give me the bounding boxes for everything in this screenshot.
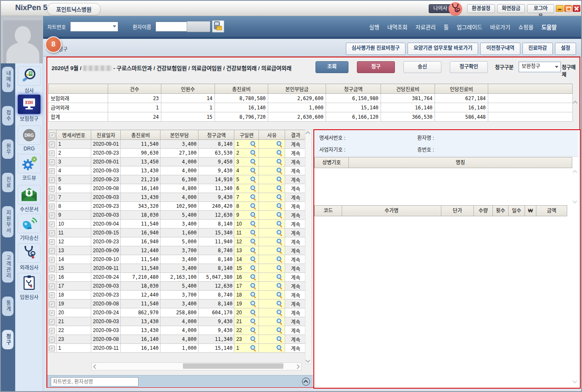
magnifier-icon[interactable] xyxy=(277,336,283,343)
statement-row[interactable]: ✓ 20 2020-09-24 862,970 258,800 604,170 … xyxy=(49,308,306,317)
send-button[interactable]: 송신 xyxy=(403,61,441,73)
row-checkbox[interactable]: ✓ xyxy=(49,159,55,165)
statement-row[interactable]: ✓ 19 2020-09-08 11,540 3,400 8,140 19 계속 xyxy=(49,299,306,308)
search-button[interactable]: 조회 xyxy=(315,61,348,73)
statement-row[interactable]: ✓ 9 2020-09-03 18,030 5,400 12,630 9 계속 xyxy=(49,211,306,220)
row-checkbox[interactable]: ✓ xyxy=(49,257,55,263)
magnifier-icon[interactable] xyxy=(277,221,283,227)
statement-row[interactable]: ✓ 11 2020-09-15 16,940 1,600 15,340 11 계… xyxy=(49,229,306,237)
magnifier-icon[interactable] xyxy=(277,301,283,307)
module-tab[interactable]: 지원부서 xyxy=(2,206,14,237)
statement-row[interactable]: ✓ 16 2020-09-24 7,210,480 2,163,100 5,04… xyxy=(49,273,306,282)
env-settings-button[interactable]: 환경설정 xyxy=(467,4,495,13)
row-checkbox[interactable]: ✓ xyxy=(49,319,55,325)
row-checkbox[interactable]: ✓ xyxy=(49,150,55,156)
magnifier-icon[interactable] xyxy=(250,221,257,227)
close-icon[interactable] xyxy=(573,5,580,12)
statement-row[interactable]: ✓ 1 2020-09-11 16,140 1,000 15,140 1 계속 xyxy=(49,344,306,353)
sms-send-button[interactable] xyxy=(212,20,224,33)
quick-link-button[interactable]: 심사평가원 진료비청구 xyxy=(346,43,406,55)
magnifier-icon[interactable] xyxy=(250,177,257,183)
sidebar-item-review[interactable]: 심사 xyxy=(17,66,41,94)
magnifier-icon[interactable] xyxy=(250,185,257,192)
maximize-icon[interactable] xyxy=(564,5,572,12)
menu-item[interactable]: 쇼핑몰 xyxy=(518,23,533,31)
stethoscope-icon[interactable] xyxy=(449,2,462,16)
magnifier-icon[interactable] xyxy=(250,345,257,351)
row-checkbox[interactable]: ✓ xyxy=(49,337,55,343)
quick-link-button[interactable]: 설정 xyxy=(555,43,576,55)
magnifier-icon[interactable] xyxy=(277,248,283,254)
magnifier-icon[interactable] xyxy=(277,274,283,280)
row-checkbox[interactable]: ✓ xyxy=(49,310,55,316)
statement-row[interactable]: ✓ 3 2020-09-01 13,450 4,000 9,450 3 계속 xyxy=(49,158,306,166)
statement-vertical-scrollbar[interactable] xyxy=(305,130,312,364)
magnifier-icon[interactable] xyxy=(277,159,283,165)
sidebar-item-drg[interactable]: DRG DRG xyxy=(17,125,41,152)
summary-scroll-up-icon[interactable] xyxy=(573,101,577,105)
magnifier-icon[interactable] xyxy=(277,194,283,201)
row-checkbox[interactable]: ✓ xyxy=(49,328,55,334)
row-checkbox[interactable]: ✓ xyxy=(49,239,55,245)
row-checkbox[interactable]: ✓ xyxy=(49,266,55,272)
module-tab[interactable]: 내메뉴 xyxy=(2,67,14,92)
menu-item[interactable]: 업그레이드 xyxy=(457,23,482,31)
statement-row[interactable]: ✓ 7 2020-09-03 13,430 4,000 9,430 7 계속 xyxy=(49,193,306,202)
statement-row[interactable]: ✓ 8 2020-09-23 343,320 102,900 240,420 8… xyxy=(49,202,306,211)
magnifier-icon[interactable] xyxy=(277,212,283,218)
magnifier-icon[interactable] xyxy=(277,185,283,192)
statement-row[interactable]: ✓ 4 2020-09-03 13,430 4,000 9,430 4 계속 xyxy=(49,166,306,175)
magnifier-icon[interactable] xyxy=(250,159,257,165)
menu-item[interactable]: 바로가기 xyxy=(490,23,510,31)
statement-row[interactable]: ✓ 14 2020-09-10 11,540 3,400 8,140 14 계속 xyxy=(49,255,306,264)
row-checkbox[interactable]: ✓ xyxy=(49,301,55,307)
sidebar-item-received-docs[interactable]: 수신문서 xyxy=(17,185,41,212)
magnifier-icon[interactable] xyxy=(277,203,283,210)
magnifier-icon[interactable] xyxy=(250,150,257,156)
magnifier-icon[interactable] xyxy=(250,256,257,263)
sidebar-item-other-send[interactable]: 기타송신 xyxy=(17,214,41,241)
sidebar-item-codeview[interactable]: 코드뷰 xyxy=(17,154,41,181)
module-tab[interactable]: 진료 xyxy=(2,173,14,192)
magnifier-icon[interactable] xyxy=(250,283,257,289)
magnifier-icon[interactable] xyxy=(250,248,257,254)
menu-item[interactable]: 자료관리 xyxy=(416,23,436,31)
magnifier-icon[interactable] xyxy=(277,345,283,351)
row-checkbox[interactable]: ✓ xyxy=(49,177,55,183)
magnifier-icon[interactable] xyxy=(250,265,257,272)
magnifier-icon[interactable] xyxy=(277,310,283,316)
magnifier-icon[interactable] xyxy=(277,327,283,334)
magnifier-icon[interactable] xyxy=(250,203,257,210)
statement-row[interactable]: ✓ 21 2020-09-03 13,430 4,000 9,430 21 계속 xyxy=(49,317,306,326)
row-checkbox[interactable]: ✓ xyxy=(49,283,55,289)
magnifier-icon[interactable] xyxy=(250,292,257,298)
row-checkbox[interactable]: ✓ xyxy=(49,204,55,210)
row-checkbox[interactable]: ✓ xyxy=(49,346,55,351)
quick-link-button[interactable]: 요양기관 업무포탈 바로가기 xyxy=(408,43,478,55)
statement-row[interactable]: ✓ 6 2020-09-08 16,140 4,800 11,340 6 계속 xyxy=(49,184,306,193)
statement-row[interactable]: ✓ 2 2020-09-23 90,630 27,100 63,530 2 계속 xyxy=(49,149,306,158)
magnifier-icon[interactable] xyxy=(250,141,257,147)
magnifier-icon[interactable] xyxy=(277,230,283,236)
row-checkbox[interactable]: ✓ xyxy=(49,248,55,254)
magnifier-icon[interactable] xyxy=(277,256,283,263)
row-checkbox[interactable]: ✓ xyxy=(49,168,55,174)
statement-row[interactable]: ✓ 15 2020-09-11 11,540 3,400 8,140 15 계속 xyxy=(49,264,306,273)
statement-row[interactable]: ✓ 23 2020-09-08 16,140 4,800 11,340 23 계… xyxy=(49,335,306,344)
module-tab[interactable]: 청구 xyxy=(2,330,14,349)
module-tab[interactable]: 통계 xyxy=(2,297,14,316)
magnifier-icon[interactable] xyxy=(277,239,283,245)
magnifier-icon[interactable] xyxy=(277,150,283,156)
screen-lock-button[interactable]: 화면잠금 xyxy=(497,4,525,13)
magnifier-icon[interactable] xyxy=(277,283,283,289)
magnifier-icon[interactable] xyxy=(277,292,283,298)
magnifier-icon[interactable] xyxy=(277,141,283,147)
magnifier-icon[interactable] xyxy=(250,301,257,307)
statement-row[interactable]: ✓ 13 2020-09-09 12,440 3,700 8,740 13 계속 xyxy=(49,246,306,255)
statement-row[interactable]: ✓ 12 2020-09-23 16,940 5,000 11,940 12 계… xyxy=(49,237,306,246)
sidebar-item-inpatient-review[interactable]: 입원심사 xyxy=(17,273,41,300)
magnifier-icon[interactable] xyxy=(277,168,283,174)
minimize-icon[interactable] xyxy=(556,5,563,12)
row-checkbox[interactable]: ✓ xyxy=(49,230,55,236)
sidebar-item-insurance-claim[interactable]: EDI 보험청구 xyxy=(17,95,41,122)
